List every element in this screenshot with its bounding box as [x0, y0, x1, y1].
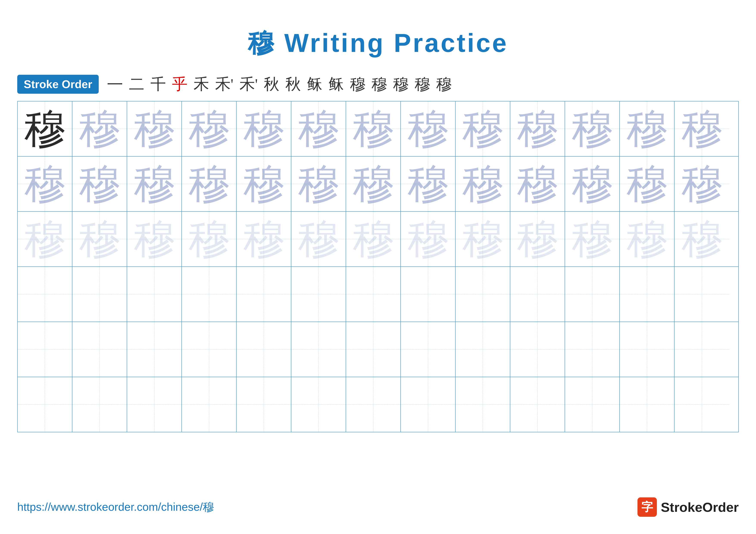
- cell-r5-c8[interactable]: [401, 322, 456, 377]
- cell-r2-c7[interactable]: 穆: [346, 157, 401, 211]
- cell-r5-c11[interactable]: [565, 322, 620, 377]
- stroke-7: 禾': [239, 74, 258, 94]
- cell-r3-c3[interactable]: 穆: [127, 212, 182, 267]
- cell-r6-c3[interactable]: [127, 377, 182, 432]
- cell-r5-c4[interactable]: [182, 322, 237, 377]
- cell-r6-c4[interactable]: [182, 377, 237, 432]
- char-light: 穆: [189, 219, 230, 260]
- cell-r3-c4[interactable]: 穆: [182, 212, 237, 267]
- cell-r5-c9[interactable]: [456, 322, 510, 377]
- cell-r2-c6[interactable]: 穆: [291, 157, 346, 211]
- char-medium: 穆: [353, 108, 394, 149]
- char-medium: 穆: [627, 108, 667, 149]
- cell-r5-c13[interactable]: [675, 322, 729, 377]
- cell-r6-c10[interactable]: [510, 377, 565, 432]
- page-title: 穆 Writing Practice: [0, 0, 756, 61]
- cell-r1-c7[interactable]: 穆: [346, 101, 401, 156]
- cell-r1-c9[interactable]: 穆: [456, 101, 510, 156]
- cell-r3-c7[interactable]: 穆: [346, 212, 401, 267]
- cell-r2-c5[interactable]: 穆: [237, 157, 291, 211]
- cell-r5-c12[interactable]: [620, 322, 675, 377]
- cell-r3-c1[interactable]: 穆: [18, 212, 72, 267]
- cell-r2-c8[interactable]: 穆: [401, 157, 456, 211]
- cell-r6-c7[interactable]: [346, 377, 401, 432]
- cell-r2-c13[interactable]: 穆: [675, 157, 729, 211]
- cell-r4-c4[interactable]: [182, 267, 237, 321]
- cell-r3-c5[interactable]: 穆: [237, 212, 291, 267]
- cell-r4-c8[interactable]: [401, 267, 456, 321]
- cell-r3-c6[interactable]: 穆: [291, 212, 346, 267]
- footer-brand: 字 StrokeOrder: [637, 497, 739, 517]
- cell-r5-c2[interactable]: [72, 322, 127, 377]
- cell-r3-c12[interactable]: 穆: [620, 212, 675, 267]
- cell-r2-c4[interactable]: 穆: [182, 157, 237, 211]
- cell-r1-c3[interactable]: 穆: [127, 101, 182, 156]
- cell-r2-c9[interactable]: 穆: [456, 157, 510, 211]
- cell-r1-c1[interactable]: 穆: [18, 101, 72, 156]
- cell-r6-c8[interactable]: [401, 377, 456, 432]
- cell-r2-c11[interactable]: 穆: [565, 157, 620, 211]
- cell-r4-c5[interactable]: [237, 267, 291, 321]
- cell-r5-c5[interactable]: [237, 322, 291, 377]
- cell-r2-c12[interactable]: 穆: [620, 157, 675, 211]
- cell-r2-c3[interactable]: 穆: [127, 157, 182, 211]
- cell-r6-c6[interactable]: [291, 377, 346, 432]
- cell-r4-c13[interactable]: [675, 267, 729, 321]
- cell-r1-c8[interactable]: 穆: [401, 101, 456, 156]
- cell-r5-c10[interactable]: [510, 322, 565, 377]
- cell-r6-c5[interactable]: [237, 377, 291, 432]
- char-medium: 穆: [134, 164, 175, 204]
- cell-r2-c1[interactable]: 穆: [18, 157, 72, 211]
- cell-r2-c10[interactable]: 穆: [510, 157, 565, 211]
- footer-url[interactable]: https://www.strokeorder.com/chinese/穆: [17, 499, 214, 515]
- grid-row-5: [18, 322, 738, 377]
- cell-r5-c6[interactable]: [291, 322, 346, 377]
- cell-r4-c7[interactable]: [346, 267, 401, 321]
- grid-row-3: 穆 穆 穆 穆 穆 穆 穆 穆 穆 穆 穆 穆: [18, 212, 738, 267]
- cell-r6-c11[interactable]: [565, 377, 620, 432]
- cell-r4-c9[interactable]: [456, 267, 510, 321]
- cell-r6-c13[interactable]: [675, 377, 729, 432]
- cell-r6-c2[interactable]: [72, 377, 127, 432]
- cell-r4-c10[interactable]: [510, 267, 565, 321]
- cell-r1-c2[interactable]: 穆: [72, 101, 127, 156]
- cell-r3-c8[interactable]: 穆: [401, 212, 456, 267]
- cell-r6-c9[interactable]: [456, 377, 510, 432]
- grid-row-6: [18, 377, 738, 432]
- stroke-14: 穆: [393, 74, 409, 94]
- stroke-5: 禾: [194, 74, 209, 94]
- cell-r3-c11[interactable]: 穆: [565, 212, 620, 267]
- cell-r1-c12[interactable]: 穆: [620, 101, 675, 156]
- cell-r4-c1[interactable]: [18, 267, 72, 321]
- char-medium: 穆: [189, 108, 230, 149]
- practice-grid: 穆 穆 穆 穆 穆 穆 穆 穆 穆 穆 穆 穆: [17, 101, 739, 432]
- cell-r2-c2[interactable]: 穆: [72, 157, 127, 211]
- cell-r4-c3[interactable]: [127, 267, 182, 321]
- cell-r1-c5[interactable]: 穆: [237, 101, 291, 156]
- char-medium: 穆: [462, 108, 503, 149]
- char-medium: 穆: [79, 164, 120, 204]
- brand-logo-icon: 字: [637, 497, 657, 517]
- cell-r5-c7[interactable]: [346, 322, 401, 377]
- char-medium: 穆: [243, 108, 284, 149]
- cell-r1-c10[interactable]: 穆: [510, 101, 565, 156]
- cell-r1-c11[interactable]: 穆: [565, 101, 620, 156]
- char-light: 穆: [134, 219, 175, 260]
- cell-r3-c9[interactable]: 穆: [456, 212, 510, 267]
- stroke-11: 稣: [328, 74, 344, 94]
- cell-r1-c4[interactable]: 穆: [182, 101, 237, 156]
- cell-r4-c6[interactable]: [291, 267, 346, 321]
- cell-r1-c13[interactable]: 穆: [675, 101, 729, 156]
- cell-r3-c2[interactable]: 穆: [72, 212, 127, 267]
- cell-r6-c1[interactable]: [18, 377, 72, 432]
- cell-r4-c12[interactable]: [620, 267, 675, 321]
- char-light: 穆: [682, 219, 722, 260]
- cell-r6-c12[interactable]: [620, 377, 675, 432]
- cell-r4-c2[interactable]: [72, 267, 127, 321]
- cell-r4-c11[interactable]: [565, 267, 620, 321]
- cell-r3-c10[interactable]: 穆: [510, 212, 565, 267]
- cell-r3-c13[interactable]: 穆: [675, 212, 729, 267]
- cell-r1-c6[interactable]: 穆: [291, 101, 346, 156]
- cell-r5-c3[interactable]: [127, 322, 182, 377]
- cell-r5-c1[interactable]: [18, 322, 72, 377]
